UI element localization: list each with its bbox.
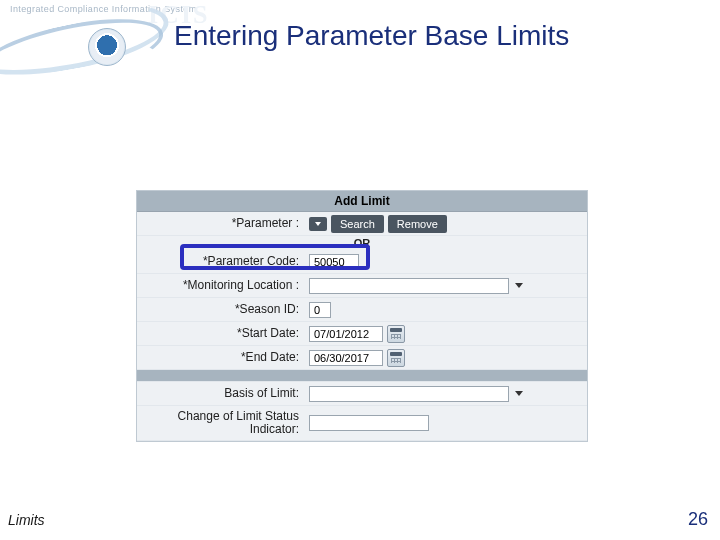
basis-of-limit-row: Basis of Limit: [137, 382, 587, 406]
section-divider [137, 370, 587, 382]
end-date-input[interactable] [309, 350, 383, 366]
page-title: Entering Parameter Base Limits [174, 20, 569, 52]
or-separator: OR [137, 236, 587, 250]
footer-section-label: Limits [8, 512, 45, 528]
change-indicator-input[interactable] [309, 415, 429, 431]
season-id-input[interactable] [309, 302, 331, 318]
search-button[interactable]: Search [331, 215, 384, 233]
remove-button[interactable]: Remove [388, 215, 447, 233]
form-header: Add Limit [137, 191, 587, 212]
calendar-icon[interactable] [387, 349, 405, 367]
header-band: Integrated Compliance Information System… [0, 0, 720, 78]
chevron-down-icon[interactable] [513, 387, 525, 401]
change-indicator-label: Change of Limit Status Indicator: [137, 406, 305, 440]
basis-of-limit-input[interactable] [309, 386, 509, 402]
parameter-label: *Parameter : [137, 213, 305, 234]
calendar-icon[interactable] [387, 325, 405, 343]
parameter-dropdown-icon[interactable] [309, 217, 327, 231]
end-date-label: *End Date: [137, 347, 305, 368]
start-date-row: *Start Date: [137, 322, 587, 346]
season-id-row: *Season ID: [137, 298, 587, 322]
agency-seal-icon [88, 28, 126, 66]
add-limit-form: Add Limit *Parameter : Search Remove OR … [136, 190, 588, 442]
monitoring-location-label: *Monitoring Location : [137, 275, 305, 296]
basis-of-limit-label: Basis of Limit: [137, 383, 305, 404]
parameter-code-label: *Parameter Code: [137, 251, 305, 272]
monitoring-location-input[interactable] [309, 278, 509, 294]
start-date-input[interactable] [309, 326, 383, 342]
chevron-down-icon[interactable] [513, 279, 525, 293]
season-id-label: *Season ID: [137, 299, 305, 320]
parameter-code-input[interactable] [309, 254, 359, 270]
end-date-row: *End Date: [137, 346, 587, 370]
start-date-label: *Start Date: [137, 323, 305, 344]
parameter-code-row: *Parameter Code: [137, 250, 587, 274]
parameter-row: *Parameter : Search Remove [137, 212, 587, 236]
monitoring-location-row: *Monitoring Location : [137, 274, 587, 298]
change-indicator-row: Change of Limit Status Indicator: [137, 406, 587, 441]
page-number: 26 [688, 509, 708, 530]
